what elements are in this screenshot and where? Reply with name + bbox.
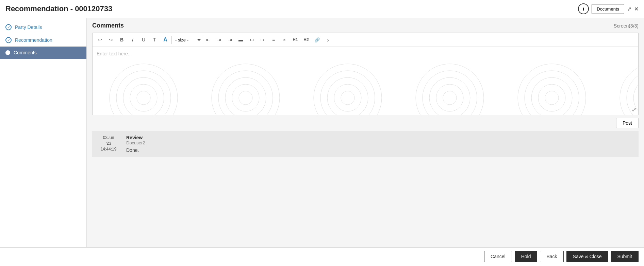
- step-check-icon: ✓: [5, 24, 12, 30]
- screen-indicator: Screen(3/3): [614, 23, 639, 29]
- editor-toolbar: ↩ ↪ B I U T A - size - 8 10 12 14 16 18: [93, 33, 638, 47]
- sidebar-item-comments[interactable]: Comments: [0, 47, 86, 59]
- hold-button[interactable]: Hold: [515, 251, 538, 262]
- bold-button[interactable]: B: [117, 35, 127, 45]
- unordered-list-button[interactable]: ≡: [269, 35, 278, 45]
- info-icon: i: [583, 6, 584, 12]
- sidebar-item-label: Comments: [14, 50, 37, 55]
- top-bar: Recommendation - 000120733 i Documents ⤢…: [0, 0, 644, 18]
- font-size-select[interactable]: - size - 8 10 12 14 16 18 24: [171, 36, 202, 44]
- footer-bar: Cancel Hold Back Save & Close Submit: [0, 247, 644, 265]
- cancel-button[interactable]: Cancel: [484, 251, 512, 262]
- editor-body[interactable]: Enter text here... ⤢: [93, 47, 638, 115]
- link-button[interactable]: 🔗: [312, 35, 322, 45]
- comments-title: Comments: [92, 22, 124, 29]
- more-toolbar-button[interactable]: ›: [323, 35, 333, 45]
- font-color-button[interactable]: A: [161, 35, 170, 45]
- content-area: Comments Screen(3/3) ↩ ↪ B I U T A - siz…: [87, 18, 644, 247]
- step-dot-icon: [5, 50, 10, 55]
- align-center-button[interactable]: ⇥: [214, 35, 224, 45]
- align-right-button[interactable]: ⇤: [225, 35, 235, 45]
- strikethrough-button[interactable]: T: [150, 35, 159, 45]
- comment-title: Review: [126, 135, 636, 140]
- editor-container: ↩ ↪ B I U T A - size - 8 10 12 14 16 18: [92, 33, 639, 115]
- close-button[interactable]: ✕: [634, 6, 639, 12]
- comment-date-line2: '23: [95, 141, 122, 146]
- undo-button[interactable]: ↩: [95, 35, 105, 45]
- info-button[interactable]: i: [578, 3, 589, 14]
- comment-date: 02Jun '23 14:44:19: [95, 135, 122, 153]
- comment-body: Review Docuser2 Done.: [126, 135, 636, 153]
- h2-button[interactable]: H2: [301, 35, 311, 45]
- editor-placeholder: Enter text here...: [97, 51, 132, 56]
- comment-date-line3: 14:44:19: [95, 146, 122, 152]
- sidebar-item-label: Party Details: [15, 24, 42, 30]
- comment-text: Done.: [126, 147, 636, 153]
- redo-button[interactable]: ↪: [106, 35, 116, 45]
- align-left-button[interactable]: ⇤: [203, 35, 213, 45]
- comment-author: Docuser2: [126, 140, 636, 145]
- documents-button[interactable]: Documents: [592, 4, 624, 14]
- indent-right-button[interactable]: ↦: [258, 35, 267, 45]
- expand-editor-button[interactable]: ⤢: [632, 106, 636, 113]
- comments-section: Comments Screen(3/3) ↩ ↪ B I U T A - siz…: [87, 18, 644, 247]
- expand-icon: ⤢: [627, 6, 631, 12]
- post-button-row: Post: [92, 118, 639, 128]
- comment-item: 02Jun '23 14:44:19 Review Docuser2 Done.: [92, 131, 639, 157]
- underline-button[interactable]: U: [139, 35, 148, 45]
- ordered-list-button[interactable]: ≠: [280, 35, 289, 45]
- comments-header: Comments Screen(3/3): [92, 22, 639, 29]
- comment-date-line1: 02Jun: [95, 135, 122, 141]
- comments-list: 02Jun '23 14:44:19 Review Docuser2 Done.: [92, 131, 639, 243]
- submit-button[interactable]: Submit: [611, 251, 639, 262]
- sidebar-item-party-details[interactable]: ✓ Party Details: [0, 21, 86, 34]
- page-title: Recommendation - 000120733: [5, 4, 112, 13]
- italic-button[interactable]: I: [128, 35, 137, 45]
- indent-left-button[interactable]: ↤: [247, 35, 257, 45]
- step-check-icon: ✓: [5, 37, 12, 43]
- main-layout: ✓ Party Details ✓ Recommendation Comment…: [0, 18, 644, 247]
- sidebar: ✓ Party Details ✓ Recommendation Comment…: [0, 18, 87, 247]
- post-button[interactable]: Post: [616, 118, 639, 128]
- align-justify-button[interactable]: ▬: [236, 35, 246, 45]
- expand-button[interactable]: ⤢: [627, 6, 631, 12]
- save-close-button[interactable]: Save & Close: [566, 251, 608, 262]
- sidebar-item-label: Recommendation: [15, 37, 52, 43]
- sidebar-item-recommendation[interactable]: ✓ Recommendation: [0, 34, 86, 47]
- h1-button[interactable]: H1: [291, 35, 300, 45]
- top-bar-actions: i Documents ⤢ ✕: [578, 3, 639, 14]
- back-button[interactable]: Back: [540, 251, 563, 262]
